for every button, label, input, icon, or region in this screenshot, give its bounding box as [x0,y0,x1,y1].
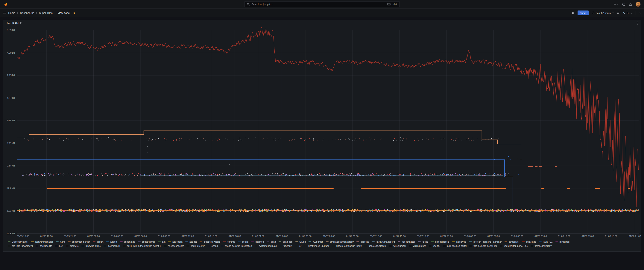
legend-series-color [409,246,412,246]
legend-series-color [82,246,84,246]
legend-series-color [500,246,502,246]
legend-item-apt[interactable]: apt [158,240,165,243]
favorite-star-button[interactable] [73,12,76,15]
time-series-chart[interactable]: 8.59 Bil4.29 Bil2.15 Bil1.07 Bil537 Mil2… [3,26,641,239]
series-gray-stray-dots [147,138,281,165]
legend-series-color [120,241,122,242]
legend-item-xdg-desktop-portal[interactable]: xdg-desktop-portal [443,245,467,247]
legend-item-apt-get[interactable]: apt-get [185,240,197,243]
legend-item-kwin_x11[interactable]: kwin_x11 [539,240,552,243]
y-axis-tick-label: 537 Mil [7,119,15,122]
legend-item-pipewire[interactable]: pipewire [66,245,79,247]
x-axis-tick-label: 01/05 15:00 [17,235,29,237]
legend-item-dpkg[interactable]: dpkg [266,240,276,243]
legend-item-kded5[interactable]: kded5 [418,240,428,243]
legend-series-color [326,241,328,242]
x-axis-tick-label: 01/06 06:00 [134,235,147,237]
collapse-top-bar-button[interactable] [639,12,641,14]
notifications-button[interactable] [629,3,632,6]
legend-item-perl[interactable]: perl [55,245,63,247]
legend-series-color [304,246,307,246]
legend-item-kwalletd5[interactable]: kwalletd5 [522,240,536,243]
legend-item-wireplumber[interactable]: wireplumber [409,245,426,247]
legend-item-apparmor_parser[interactable]: apparmor_parser [68,240,90,243]
legend-series-color [308,241,311,242]
legend-item-polkit-kde-authentication-agent-1[interactable]: polkit-kde-authentication-agent-1 [123,245,161,247]
series-mid-100M-dots [20,173,510,176]
legend-item-releasechecker[interactable]: releasechecker [164,245,184,247]
menu-toggle-button[interactable] [3,11,6,15]
legend-item-updatedb.plocate[interactable]: updatedb.plocate [364,245,386,247]
x-axis-tick-label: 01/08 03:00 [487,235,500,237]
legend-item-tor[interactable]: tor [294,245,302,247]
legend-item-packagekitd[interactable]: packagekitd [36,245,52,247]
legend-item-timer.py[interactable]: timer.py [280,245,292,247]
dashboard-settings-button[interactable] [571,12,574,15]
share-button[interactable]: Share [578,11,588,15]
legend-item-xdg-desktop-portal-kde[interactable]: xdg-desktop-portal-kde [500,245,528,247]
legend-item-apport[interactable]: apport [93,240,103,243]
legend-item-xdelta3[interactable]: xdelta3 [429,245,440,247]
time-range-picker[interactable]: Last 82 hours [592,12,614,15]
user-avatar[interactable] [636,2,641,7]
x-axis-tick-label: 01/06 18:00 [228,235,241,237]
legend-item-snapd-desktop-integration[interactable]: snapd-desktop-integration [221,245,252,247]
legend-item-Xorg[interactable]: Xorg [56,240,65,243]
legend-series-color [223,241,226,242]
legend-item-DiscoverNotifier[interactable]: DiscoverNotifier [8,240,28,243]
legend-item-plasmashell[interactable]: plasmashell [104,245,120,247]
legend-item-fwupdmgr[interactable]: fwupdmgr [308,240,323,243]
legend-item-kioslave5[interactable]: kioslave5 [452,240,466,243]
legend-item-kscreen_backend_launcher[interactable]: kscreen_backend_launcher [469,240,502,243]
x-axis-tick-label: 01/06 21:00 [252,235,264,237]
legend-item-appstreamcli[interactable]: appstreamcli [138,240,155,243]
legend-series-color [164,246,166,246]
legend-item-apport-kde[interactable]: apport-kde [120,240,135,243]
legend-item-depmod[interactable]: depmod [251,240,264,243]
legend-item-colord[interactable]: colord [238,240,248,243]
legend-item-pipewire-pulse[interactable]: pipewire-pulse [82,245,101,247]
legend-item-kglobalaccel5[interactable]: kglobalaccel5 [431,240,450,243]
legend-item-snapd[interactable]: snapd [208,245,218,247]
legend-item-gmenudbusmenuproxy[interactable]: gmenudbusmenuproxy [326,240,354,243]
legend-item-chrome[interactable]: chrome [223,240,235,243]
search-box[interactable]: ctrl+k [244,1,400,7]
legend-item-apt-check[interactable]: apt-check [168,240,182,243]
legend-item-minidlnad[interactable]: minidlnad [556,240,570,243]
legend-item-fwupd[interactable]: fwupd [296,240,306,243]
legend-item-update-apt-xapian-index[interactable]: update-apt-xapian-index [332,245,362,247]
series-gray-290M-dots [24,138,500,141]
panel-title[interactable]: User RAM [6,22,18,25]
legend-item-kdeconnectd[interactable]: kdeconnectd [398,240,415,243]
y-axis-tick-label: 67.1 Mil [6,187,15,190]
legend-item-systemd-journald[interactable]: systemd-journald [254,245,276,247]
panel-menu-button[interactable] [637,21,638,25]
legend-item-NetworkManager[interactable]: NetworkManager [31,240,53,243]
legend-item-dpkg-deb[interactable]: dpkg-deb [278,240,292,243]
breadcrumb-dashboards[interactable]: Dashboards [20,12,34,15]
help-button[interactable]: ? [622,3,626,6]
legend-item-xdg-desktop-portal-gtk[interactable]: xdg-desktop-portal-gtk [469,245,497,247]
legend-series-color [56,241,58,242]
legend-item-sddm-greeter[interactable]: sddm-greeter [186,245,204,247]
search-input[interactable] [252,3,386,6]
legend-item-kaccess[interactable]: kaccess [356,240,369,243]
legend-item-kactivitymanagerd[interactable]: kactivitymanagerd [372,240,395,243]
legend-item-wireplumber[interactable]: wireplumber [389,245,406,247]
refresh-button[interactable]: ↻ 5s [623,12,632,15]
refresh-icon: ↻ [623,12,626,15]
legend-item-unattended-upgrade[interactable]: unattended-upgrade [304,245,330,247]
x-axis-tick-label: 01/08 00:00 [464,235,476,237]
legend-item-xembedsniproxy[interactable]: xembedsniproxy [530,245,552,247]
add-button[interactable] [613,3,619,6]
zoom-out-button[interactable] [617,12,620,15]
series-orange-300M-step [17,131,522,144]
breadcrumb-dashboard-name[interactable]: Super Tuna [39,12,52,15]
legend-item-ksmserver[interactable]: ksmserver [504,240,520,243]
legend-item-bluedevil-wizard[interactable]: bluedevil-wizard [200,240,220,243]
legend-item-apport[interactable]: apport [106,240,117,243]
panel-link-icon[interactable] [20,22,22,24]
legend-item-org_kde_powerdevil[interactable]: org_kde_powerdevil [8,245,33,247]
breadcrumb-home[interactable]: Home [8,12,15,15]
grafana-logo[interactable] [3,2,8,7]
